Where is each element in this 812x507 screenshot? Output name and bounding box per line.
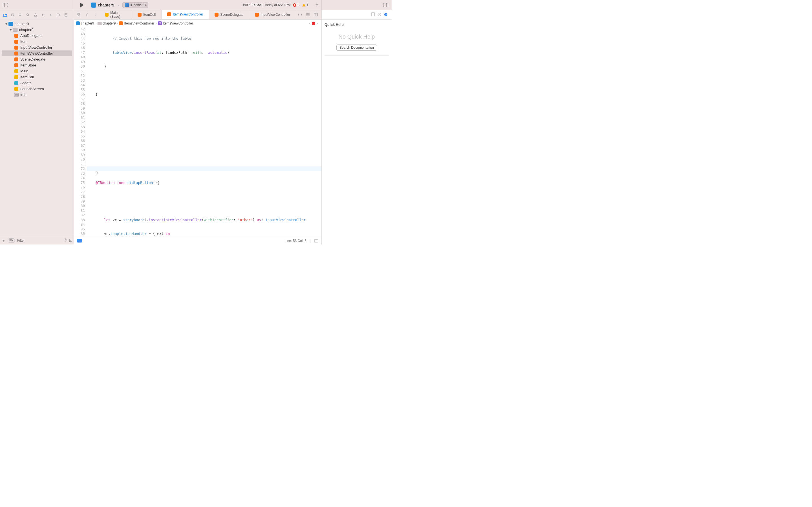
breakpoint-navigator-icon[interactable] — [54, 10, 62, 19]
tab-itemcell[interactable]: ItemCell — [132, 10, 161, 19]
jump-bar[interactable]: chapter9 › chapter9 › ItemsViewControlle… — [74, 20, 321, 27]
gutter-line-number[interactable]: 67 — [74, 144, 85, 148]
test-navigator-icon[interactable] — [39, 10, 47, 19]
tree-group[interactable]: ▾ chapter9 — [0, 27, 74, 33]
add-editor-icon[interactable] — [312, 13, 320, 16]
scheme-selector[interactable]: chapter9 › iPhone 13 — [90, 0, 151, 10]
gutter-line-number[interactable]: 81 — [74, 209, 85, 213]
gutter-line-number[interactable]: 44 — [74, 36, 85, 41]
adjust-editor-icon[interactable] — [304, 13, 312, 16]
tab-itemsviewcontroller[interactable]: ItemsViewController — [161, 10, 209, 19]
tree-project-root[interactable]: ▾ chapter9 — [0, 21, 74, 27]
gutter-line-number[interactable]: 47 — [74, 50, 85, 55]
gutter-line-number[interactable]: 51 — [74, 69, 85, 74]
related-items-icon[interactable] — [74, 10, 83, 19]
recent-filter-icon[interactable] — [64, 238, 67, 242]
tree-file-itemcell[interactable]: ItemCell — [0, 74, 74, 80]
scm-filter-icon[interactable] — [69, 238, 72, 242]
canvas-toggle-icon[interactable] — [314, 238, 319, 243]
code-area[interactable]: 4243444546474849505152535455565758596061… — [74, 27, 321, 237]
gutter-line-number[interactable]: 53 — [74, 78, 85, 83]
gutter-line-number[interactable]: 74 — [74, 176, 85, 180]
line-gutter[interactable]: 4243444546474849505152535455565758596061… — [74, 27, 87, 237]
jump-segment[interactable]: chapter9 — [81, 21, 94, 25]
gutter-line-number[interactable]: 85 — [74, 227, 85, 232]
symbol-navigator-icon[interactable] — [16, 10, 24, 19]
tab-main-base[interactable]: Main (Base) — [100, 10, 132, 19]
gutter-line-number[interactable]: 48 — [74, 55, 85, 60]
gutter-line-number[interactable]: 63 — [74, 125, 85, 129]
gutter-line-number[interactable]: 64 — [74, 129, 85, 134]
jump-segment[interactable]: ItemsViewController — [163, 21, 193, 25]
tree-file-main[interactable]: Main — [0, 68, 74, 74]
run-destination[interactable]: iPhone 13 — [122, 2, 148, 8]
gutter-line-number[interactable]: 55 — [74, 88, 85, 93]
gutter-line-number[interactable]: 68 — [74, 148, 85, 153]
gutter-line-number[interactable]: 46 — [74, 46, 85, 50]
code-text[interactable]: // Insert this new row into the table ta… — [87, 27, 321, 237]
error-badge[interactable]: ! 1 — [292, 3, 300, 7]
gutter-line-number[interactable]: 69 — [74, 153, 85, 158]
gutter-line-number[interactable]: 76 — [74, 185, 85, 190]
gutter-line-number[interactable]: 43 — [74, 32, 85, 37]
gutter-line-number[interactable]: 73 — [74, 171, 85, 176]
tree-file-assets[interactable]: Assets — [0, 80, 74, 86]
tree-file-scenedelegate[interactable]: SceneDelegate — [0, 56, 74, 62]
tree-file-itemstore[interactable]: ItemStore — [0, 62, 74, 68]
gutter-line-number[interactable]: 77 — [74, 190, 85, 194]
breakpoint-indicator-icon[interactable] — [77, 239, 82, 242]
gutter-line-number[interactable]: 80 — [74, 204, 85, 209]
gutter-line-number[interactable]: 70 — [74, 157, 85, 162]
filter-scope-toggle[interactable]: ☰▾ — [8, 238, 15, 243]
ibaction-connection-icon[interactable] — [95, 172, 98, 174]
run-button[interactable] — [74, 0, 90, 10]
gutter-line-number[interactable]: 59 — [74, 106, 85, 111]
gutter-line-number[interactable]: 84 — [74, 222, 85, 227]
gutter-line-number[interactable]: 52 — [74, 73, 85, 78]
gutter-line-number[interactable]: 45 — [74, 41, 85, 46]
tree-file-item[interactable]: Item — [0, 39, 74, 45]
tree-file-appdelegate[interactable]: AppDelegate — [0, 33, 74, 39]
recent-files-icon[interactable] — [296, 13, 304, 16]
tab-inputviewcontroller[interactable]: InputViewController — [249, 10, 296, 19]
warning-badge[interactable]: 1 — [301, 3, 310, 7]
tree-file-info[interactable]: Info — [0, 92, 74, 98]
gutter-line-number[interactable]: 62 — [74, 120, 85, 125]
source-control-navigator-icon[interactable] — [9, 10, 16, 19]
new-tab-button[interactable]: + — [312, 2, 321, 8]
gutter-line-number[interactable]: 78 — [74, 194, 85, 199]
tab-scenedelegate[interactable]: SceneDelegate — [209, 10, 249, 19]
tree-file-inputviewcontroller[interactable]: InputViewController — [0, 45, 74, 50]
library-toggle-icon[interactable] — [383, 2, 389, 8]
quick-help-inspector-icon[interactable]: ? — [384, 13, 388, 17]
find-navigator-icon[interactable] — [24, 10, 32, 19]
gutter-line-number[interactable]: 71 — [74, 162, 85, 167]
gutter-line-number[interactable]: 60 — [74, 111, 85, 115]
prev-issue-icon[interactable]: ‹ — [307, 21, 312, 25]
gutter-line-number[interactable]: 61 — [74, 115, 85, 120]
history-inspector-icon[interactable] — [377, 13, 381, 17]
gutter-line-number[interactable]: 58 — [74, 101, 85, 106]
tree-file-launchscreen[interactable]: LaunchScreen — [0, 86, 74, 92]
gutter-line-number[interactable]: 75 — [74, 180, 85, 185]
go-forward-icon[interactable] — [91, 10, 100, 19]
jump-segment[interactable]: chapter9 — [103, 21, 116, 25]
search-documentation-button[interactable]: Search Documentation — [336, 45, 377, 51]
error-icon[interactable] — [312, 22, 315, 25]
gutter-line-number[interactable]: 72 — [74, 166, 85, 171]
jump-segment[interactable]: ItemsViewController — [124, 21, 154, 25]
gutter-line-number[interactable]: 79 — [74, 199, 85, 204]
gutter-line-number[interactable]: 86 — [74, 231, 85, 236]
filter-input[interactable] — [17, 238, 61, 242]
issue-navigator-icon[interactable] — [32, 10, 39, 19]
tree-file-itemsviewcontroller[interactable]: ItemsViewController — [2, 50, 72, 56]
gutter-line-number[interactable]: 56 — [74, 92, 85, 97]
gutter-line-number[interactable]: 66 — [74, 138, 85, 144]
disclosure-icon[interactable]: ▾ — [9, 27, 12, 32]
debug-navigator-icon[interactable] — [47, 10, 54, 19]
gutter-line-number[interactable]: 65 — [74, 134, 85, 139]
gutter-line-number[interactable]: 57 — [74, 97, 85, 102]
disclosure-icon[interactable]: ▾ — [4, 22, 8, 26]
sidebar-toggle-icon[interactable] — [2, 2, 8, 8]
gutter-line-number[interactable]: 83 — [74, 218, 85, 223]
